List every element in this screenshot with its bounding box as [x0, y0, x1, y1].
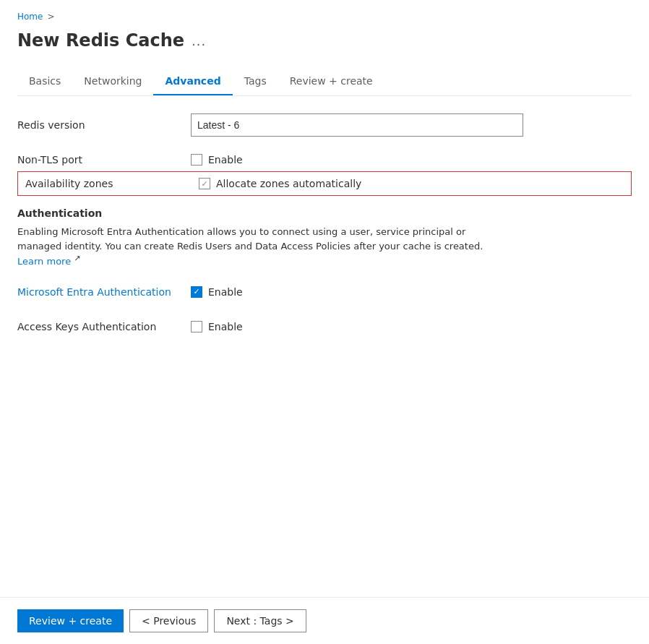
redis-version-label: Redis version [17, 119, 191, 131]
non-tls-enable-label: Enable [208, 154, 243, 166]
access-keys-row: Access Keys Authentication Enable [17, 315, 632, 338]
tab-bar: Basics Networking Advanced Tags Review +… [17, 68, 632, 96]
ms-entra-enable-label: Enable [208, 286, 243, 298]
access-keys-label: Access Keys Authentication [17, 321, 191, 332]
breadcrumb: Home > [17, 12, 632, 22]
availability-zones-enable-label: Allocate zones automatically [216, 178, 361, 189]
access-keys-checkbox-row: Enable [191, 321, 523, 332]
footer: Review + create < Previous Next : Tags > [0, 597, 649, 644]
non-tls-label: Non-TLS port [17, 154, 191, 166]
access-keys-control: Enable [191, 321, 523, 332]
ms-entra-row: Microsoft Entra Authentication Enable [17, 280, 632, 304]
ms-entra-label: Microsoft Entra Authentication [17, 286, 191, 298]
breadcrumb-home-link[interactable]: Home [17, 12, 43, 22]
more-options-icon[interactable]: ... [192, 33, 206, 48]
page-title: New Redis Cache [17, 30, 184, 51]
authentication-description: Enabling Microsoft Entra Authentication … [17, 225, 494, 269]
non-tls-checkbox-row: Enable [191, 154, 523, 166]
next-button[interactable]: Next : Tags > [214, 609, 306, 632]
breadcrumb-separator: > [47, 12, 54, 22]
review-create-button[interactable]: Review + create [17, 609, 124, 632]
non-tls-control: Enable [191, 154, 523, 166]
tab-networking[interactable]: Networking [72, 68, 153, 95]
access-keys-checkbox[interactable] [191, 321, 202, 332]
tab-basics[interactable]: Basics [17, 68, 72, 95]
non-tls-row: Non-TLS port Enable [17, 148, 632, 171]
non-tls-checkbox[interactable] [191, 154, 202, 166]
tab-advanced[interactable]: Advanced [153, 68, 232, 95]
authentication-section: Authentication Enabling Microsoft Entra … [17, 207, 632, 338]
page-title-row: New Redis Cache ... [17, 30, 632, 51]
redis-version-input[interactable] [191, 113, 523, 137]
authentication-heading: Authentication [17, 207, 632, 219]
availability-zones-checkbox-row: Allocate zones automatically [199, 178, 361, 189]
access-keys-enable-label: Enable [208, 321, 243, 332]
learn-more-link[interactable]: Learn more [17, 256, 71, 267]
external-link-icon: ↗ [74, 254, 80, 263]
tab-review-create[interactable]: Review + create [278, 68, 384, 95]
ms-entra-control: Enable [191, 286, 523, 298]
redis-version-control [191, 113, 523, 137]
redis-version-row: Redis version [17, 113, 632, 137]
ms-entra-checkbox[interactable] [191, 286, 202, 298]
ms-entra-checkbox-row: Enable [191, 286, 523, 298]
tab-tags[interactable]: Tags [233, 68, 278, 95]
availability-zones-label: Availability zones [25, 178, 199, 189]
availability-zones-checkbox[interactable] [199, 178, 210, 189]
availability-zones-row: Availability zones Allocate zones automa… [17, 171, 632, 196]
previous-button[interactable]: < Previous [129, 609, 208, 632]
authentication-description-text: Enabling Microsoft Entra Authentication … [17, 226, 483, 252]
